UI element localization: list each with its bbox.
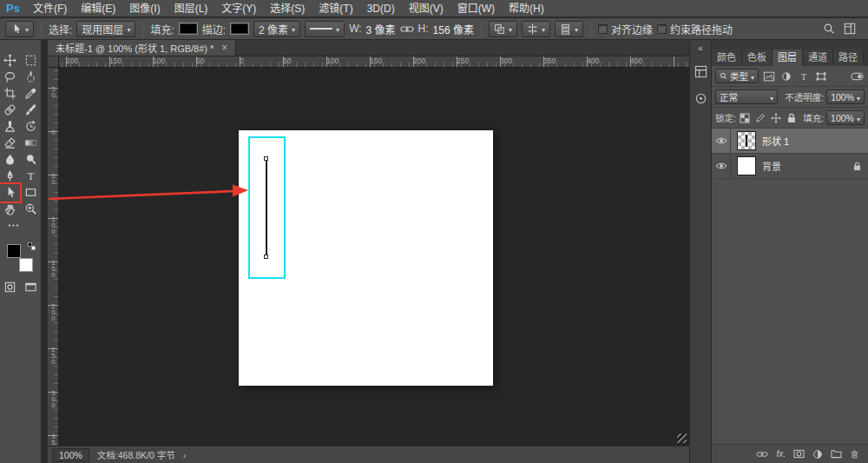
layer-name[interactable]: 形状 1 xyxy=(762,134,789,148)
new-group-icon[interactable] xyxy=(831,449,842,459)
healing-brush-tool-button[interactable] xyxy=(1,103,19,118)
menu-item[interactable]: 文件(F) xyxy=(26,0,74,17)
path-alignment-button[interactable] xyxy=(522,21,550,37)
menu-item[interactable]: 3D(D) xyxy=(360,0,402,17)
fill-swatch[interactable] xyxy=(179,23,198,35)
lock-image-icon[interactable] xyxy=(754,110,767,125)
lasso-tool-button[interactable] xyxy=(1,69,19,85)
filter-toggle-icon[interactable] xyxy=(850,69,865,83)
brush-tool-button[interactable] xyxy=(22,103,40,118)
visibility-toggle[interactable] xyxy=(712,129,731,153)
stroke-style-dropdown[interactable] xyxy=(305,21,345,37)
menu-item[interactable]: 图像(I) xyxy=(122,0,167,17)
layer-row-background[interactable]: 背景 xyxy=(712,154,868,179)
filter-adjustment-layers-icon[interactable] xyxy=(779,69,793,83)
fill-dropdown[interactable]: 100% xyxy=(826,110,865,125)
delete-layer-icon[interactable] xyxy=(850,449,859,460)
tab-paths[interactable]: 路径 xyxy=(833,50,864,66)
foreground-color-swatch[interactable] xyxy=(7,244,21,258)
canvas-area[interactable]: 20015010050050100150200250300350400450 5… xyxy=(48,56,689,446)
path-operations-button[interactable] xyxy=(489,21,517,37)
menu-item[interactable]: 视图(V) xyxy=(402,0,450,17)
opacity-dropdown[interactable]: 100% xyxy=(826,89,865,104)
layer-thumbnail[interactable] xyxy=(737,156,756,175)
menu-item[interactable]: 文字(Y) xyxy=(214,0,263,17)
document-tab[interactable]: 未标题-1 @ 100% (形状 1, RGB/8#) * × xyxy=(48,40,236,56)
anchor-point[interactable] xyxy=(264,255,268,259)
layer-row-shape[interactable]: 形状 1 xyxy=(712,129,868,154)
screen-mode-button[interactable] xyxy=(22,280,40,295)
pen-tool-button[interactable] xyxy=(1,169,19,184)
lock-transparency-icon[interactable] xyxy=(739,110,752,125)
stroke-swatch[interactable] xyxy=(230,23,249,35)
quick-mask-button[interactable] xyxy=(1,280,19,295)
menu-item[interactable]: 图层(L) xyxy=(168,0,215,17)
visibility-toggle[interactable] xyxy=(712,154,731,178)
crop-tool-button[interactable] xyxy=(1,86,19,102)
status-options-chevron[interactable]: › xyxy=(183,450,187,460)
zoom-tool-button[interactable] xyxy=(22,202,40,217)
eraser-tool-button[interactable] xyxy=(1,136,19,151)
document-canvas[interactable] xyxy=(239,130,493,386)
lock-all-icon[interactable] xyxy=(785,110,798,125)
move-tool-button[interactable] xyxy=(1,53,19,69)
stroke-width-dropdown[interactable]: 2 像素 xyxy=(253,21,300,37)
menu-item[interactable]: 窗口(W) xyxy=(450,0,502,17)
link-layers-icon[interactable] xyxy=(756,450,768,459)
align-edges-checkbox[interactable]: 对齐边缘 xyxy=(598,22,653,36)
layer-style-icon[interactable]: fx. xyxy=(776,449,786,459)
more-tools-button[interactable] xyxy=(4,218,23,234)
type-tool-button[interactable]: T xyxy=(22,169,40,184)
layer-thumbnail[interactable] xyxy=(737,131,756,150)
hand-tool-button[interactable] xyxy=(1,202,19,217)
quick-selection-tool-button[interactable] xyxy=(22,69,40,85)
history-brush-tool-button[interactable] xyxy=(22,119,40,135)
anchor-point[interactable] xyxy=(264,156,268,161)
path-selection-tool-button[interactable] xyxy=(1,185,19,201)
tab-color[interactable]: 颜色 xyxy=(712,50,742,66)
close-tab-icon[interactable]: × xyxy=(221,43,227,53)
adjustment-layer-icon[interactable] xyxy=(812,449,823,460)
search-icon[interactable] xyxy=(823,23,835,35)
resize-grip[interactable] xyxy=(677,433,687,443)
path-arrangement-button[interactable] xyxy=(555,21,583,37)
filter-type-layers-icon[interactable]: T xyxy=(796,69,811,83)
expand-panels-icon[interactable] xyxy=(698,44,703,53)
filter-pixel-layers-icon[interactable] xyxy=(761,69,776,83)
blur-tool-button[interactable] xyxy=(1,152,19,168)
menu-item[interactable]: 编辑(E) xyxy=(74,0,122,17)
dodge-tool-button[interactable] xyxy=(22,152,40,168)
dock-panel-icon-1[interactable] xyxy=(692,63,709,80)
select-mode-dropdown[interactable]: 现用图层 xyxy=(76,21,135,37)
dock-panel-icon-2[interactable] xyxy=(692,89,709,107)
layer-name[interactable]: 背景 xyxy=(762,159,781,173)
add-mask-icon[interactable] xyxy=(793,449,805,459)
menu-item[interactable]: 选择(S) xyxy=(263,0,312,17)
filter-shape-layers-icon[interactable] xyxy=(813,69,828,83)
tool-preset-button[interactable] xyxy=(5,21,34,37)
gradient-tool-button[interactable] xyxy=(22,136,40,151)
zoom-level-field[interactable]: 100% xyxy=(52,448,89,462)
tab-channels[interactable]: 通道 xyxy=(803,50,833,66)
background-color-swatch[interactable] xyxy=(19,258,33,272)
blend-mode-dropdown[interactable]: 正常 xyxy=(715,89,778,104)
constrain-path-drag-checkbox[interactable]: 约束路径拖动 xyxy=(657,22,733,36)
line-shape[interactable] xyxy=(266,158,267,257)
marquee-tool-button[interactable] xyxy=(22,53,40,69)
height-field[interactable]: 156 像素 xyxy=(433,22,474,36)
tab-layers[interactable]: 图层 xyxy=(773,50,803,66)
link-dimensions-icon[interactable] xyxy=(400,24,414,34)
eyedropper-tool-button[interactable] xyxy=(22,86,40,102)
color-swatches[interactable] xyxy=(6,244,36,272)
layer-filter-dropdown[interactable]: 类型 xyxy=(715,69,759,83)
rectangle-tool-button[interactable] xyxy=(22,185,40,201)
tab-swatches[interactable]: 色板 xyxy=(742,50,773,66)
menu-item[interactable]: 滤镜(T) xyxy=(312,0,359,17)
workspace-switcher-icon[interactable] xyxy=(844,23,856,35)
ps-logo[interactable]: Ps xyxy=(0,2,26,15)
lock-position-icon[interactable] xyxy=(770,110,783,125)
width-field[interactable]: 3 像素 xyxy=(366,22,396,36)
default-colors-icon[interactable] xyxy=(28,242,36,250)
menu-item[interactable]: 帮助(H) xyxy=(502,0,551,17)
clone-stamp-tool-button[interactable] xyxy=(1,119,19,135)
